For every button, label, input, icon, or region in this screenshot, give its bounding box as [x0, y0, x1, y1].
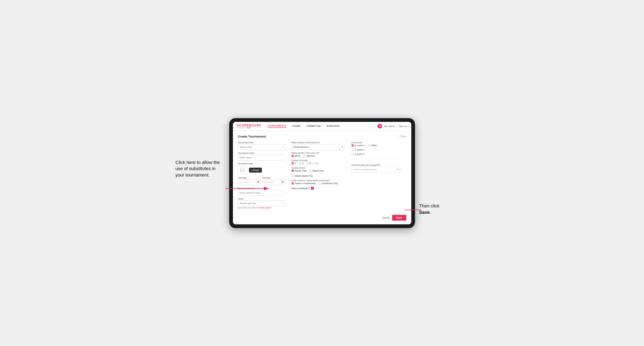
- rounds-3[interactable]: 3: [306, 162, 311, 165]
- form-right-col: Format type 5 count 4 Other: [352, 142, 401, 209]
- nav-links: TOURNAMENTS TEAMS COMMITTEE RANKINGS: [268, 125, 378, 128]
- rounds-1-radio[interactable]: [292, 162, 294, 165]
- venue-group: Venue ▼ Can't find your venue? email sup…: [238, 198, 285, 209]
- logo-area: SCOREBOARD Powered by clippd: [237, 124, 262, 129]
- scoring-group: Scoring system Stroke Play Match Play: [292, 167, 345, 177]
- rounds-radio-group: 1 2 3: [292, 162, 345, 165]
- user-name: blair admin: [384, 125, 395, 127]
- scoring-api-label: Use third-party live scoring API?: [352, 164, 401, 166]
- calendar-icon-2: 📅: [282, 181, 284, 183]
- division-select[interactable]: NCAA Division I: [292, 144, 345, 150]
- avatar: B: [378, 124, 382, 129]
- event-teams[interactable]: Teams (+Individuals): [292, 182, 316, 185]
- end-date-group: End date Pick a date 📅: [262, 177, 285, 185]
- gender-womens[interactable]: Womens: [303, 155, 315, 157]
- event-type-group: Is this event for Teams and/or Individua…: [292, 179, 345, 185]
- form-grid: Tournament Host ▼ Tournament name Tourna: [238, 142, 406, 209]
- rounds-2[interactable]: 2: [299, 162, 304, 165]
- scoring-match-radio[interactable]: [309, 170, 312, 172]
- scoring-medal-label: Medal Match Play: [295, 175, 313, 177]
- sign-out-link[interactable]: Sign out: [399, 125, 407, 127]
- format-other-radio[interactable]: [368, 144, 370, 147]
- rounds-3-radio[interactable]: [306, 162, 309, 165]
- scoring-api-group: Use third-party live scoring API? Select…: [352, 164, 401, 173]
- rounds-label: Number of rounds: [292, 159, 345, 162]
- scoring-service-select[interactable]: Select a scoring service: [352, 167, 401, 173]
- format-6count4-radio[interactable]: [352, 149, 354, 151]
- format-label: Format type: [352, 142, 401, 144]
- allow-substitutes-label: Allow substitutes?: [292, 187, 310, 189]
- end-date-placeholder: Pick a date: [264, 181, 274, 183]
- back-link[interactable]: < Back: [399, 135, 406, 138]
- rounds-1[interactable]: 1: [292, 162, 296, 165]
- rounds-4-radio[interactable]: [313, 162, 316, 165]
- scoring-radio-group: Stroke Play Match Play Medal Match Play: [292, 170, 345, 177]
- form-footer: Cancel Save: [238, 212, 406, 221]
- upload-button[interactable]: Upload: [249, 168, 262, 173]
- start-date-input[interactable]: Pick a date 📅: [238, 179, 261, 185]
- event-individuals[interactable]: Individuals Only: [318, 182, 338, 185]
- rounds-4[interactable]: 4: [313, 162, 318, 165]
- venue-input[interactable]: [238, 200, 285, 206]
- arrow-right-icon: [405, 207, 421, 213]
- scoring-match[interactable]: Match Play: [309, 170, 324, 172]
- start-date-label: Start date: [238, 177, 261, 179]
- nav-committee[interactable]: COMMITTEE: [306, 125, 321, 128]
- event-individuals-label: Individuals Only: [322, 182, 338, 184]
- format-6count5-radio[interactable]: [352, 153, 354, 156]
- gender-mens[interactable]: Mens: [292, 155, 301, 157]
- format-6count5[interactable]: 6 count 5: [352, 153, 401, 156]
- nav-teams[interactable]: TEAMS: [292, 125, 301, 128]
- form-left-col: Tournament Host ▼ Tournament name Tourna: [238, 142, 285, 209]
- format-row-1: 5 count 4 Other: [352, 144, 401, 147]
- format-5count4-label: 5 count 4: [355, 144, 364, 147]
- tournament-name-input[interactable]: [238, 155, 285, 161]
- allow-substitutes-item[interactable]: Allow substitutes? ✓: [292, 187, 345, 190]
- format-section: 5 count 4 Other 6 count 4: [352, 144, 401, 156]
- format-other-label: Other: [372, 144, 377, 147]
- format-6count5-label: 6 count 5: [355, 153, 364, 155]
- arrow-left-icon: [226, 185, 271, 191]
- allow-substitutes-checkbox[interactable]: ✓: [311, 187, 314, 190]
- email-support-link[interactable]: email support: [259, 207, 271, 209]
- save-button[interactable]: Save: [392, 215, 406, 221]
- format-group: Format type 5 count 4 Other: [352, 142, 401, 156]
- nav-rankings[interactable]: RANKINGS: [327, 125, 340, 128]
- scoring-stroke-label: Stroke Play: [295, 170, 306, 172]
- event-individuals-radio[interactable]: [318, 182, 321, 185]
- page-title: Create Tournament: [238, 135, 266, 138]
- gender-group: Which gender is the event for? Mens Wome…: [292, 152, 345, 157]
- image-icon: [240, 168, 245, 173]
- division-label: Which division is the event for?: [292, 142, 345, 144]
- rounds-2-label: 2: [302, 162, 304, 165]
- gender-mens-radio[interactable]: [292, 155, 294, 157]
- nav-tournaments[interactable]: TOURNAMENTS: [268, 125, 286, 128]
- scoring-stroke[interactable]: Stroke Play: [292, 170, 306, 172]
- gender-womens-radio[interactable]: [303, 155, 306, 157]
- tournament-host-input[interactable]: [238, 144, 285, 150]
- allow-substitutes-group: Allow substitutes? ✓: [292, 187, 345, 190]
- annotation-left: Click here to allow the use of substitut…: [176, 159, 225, 178]
- scoring-stroke-radio[interactable]: [292, 170, 294, 172]
- nav-right: B blair admin | Sign out: [378, 124, 407, 129]
- format-6count4[interactable]: 6 count 4: [352, 149, 401, 151]
- form-middle-col: Which division is the event for? NCAA Di…: [292, 142, 345, 209]
- logo-scoreboard: SCOREBOARD: [237, 124, 262, 127]
- navbar: SCOREBOARD Powered by clippd TOURNAMENTS…: [233, 122, 411, 131]
- format-5count4-radio[interactable]: [352, 144, 354, 147]
- scoring-label: Scoring system: [292, 167, 345, 169]
- event-teams-radio[interactable]: [292, 182, 294, 185]
- tablet-frame: SCOREBOARD Powered by clippd TOURNAMENTS…: [229, 118, 415, 228]
- calendar-icon: 📅: [257, 181, 259, 183]
- cancel-button[interactable]: Cancel: [382, 216, 390, 219]
- scoring-medal[interactable]: Medal Match Play: [292, 175, 313, 177]
- logo-upload-area: Upload: [238, 166, 285, 175]
- scoring-medal-radio[interactable]: [292, 175, 294, 177]
- tournament-host-label: Tournament Host: [238, 142, 285, 144]
- start-date-group: Start date Pick a date 📅: [238, 177, 261, 185]
- format-5count4[interactable]: 5 count 4: [352, 144, 364, 147]
- gender-mens-label: Mens: [295, 155, 301, 157]
- rounds-2-radio[interactable]: [299, 162, 302, 165]
- end-date-input[interactable]: Pick a date 📅: [262, 179, 285, 185]
- format-other[interactable]: Other: [368, 144, 377, 147]
